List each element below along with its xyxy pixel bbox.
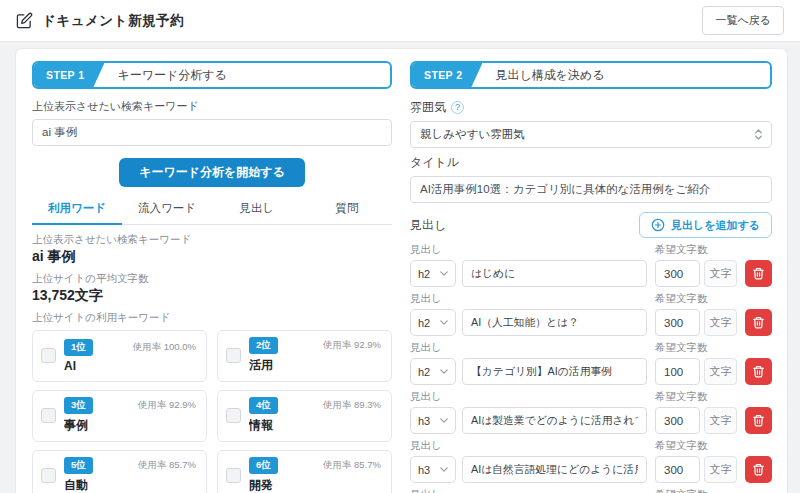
avg-chars-label: 上位サイトの平均文字数 [32,272,392,286]
char-unit-label: 文字 [704,407,737,434]
tab-inflow-words[interactable]: 流入ワード [122,195,212,225]
app-header: ドキュメント新規予約 一覧へ戻る [0,0,800,42]
heading-row: 見出し 希望文字数 h2 文字 [410,341,772,385]
trash-icon [752,267,765,280]
title-input[interactable] [410,176,772,203]
heading-row: 見出し 希望文字数 h3 文字 [410,439,772,483]
delete-heading-button[interactable] [745,260,772,287]
add-heading-button[interactable]: 見出しを追加する [639,212,772,238]
usage-rate: 使用率 100.0% [133,341,196,354]
mood-select[interactable]: 親しみやすい雰囲気 [410,121,772,148]
keyword-checkbox[interactable] [41,408,56,423]
heading-level-value: h3 [418,464,430,476]
delete-heading-button[interactable] [745,309,772,336]
keyword-word: AI [64,359,196,373]
keyword-word: 事例 [64,417,196,434]
search-keyword-input[interactable] [32,119,392,146]
heading-row: 見出し 希望文字数 h2 文字 [410,292,772,336]
delete-heading-button[interactable] [745,358,772,385]
heading-row: 見出し 希望文字数 h3 文字 [410,390,772,434]
heading-row: 見出し 希望文字数 h3 文字 [410,488,772,493]
help-icon[interactable]: ? [451,101,464,114]
step2-badge: STEP 2 [412,63,482,87]
used-keywords-label: 上位サイトの利用キーワード [32,311,392,325]
heading-row-label: 見出し [410,341,655,355]
char-unit-label: 文字 [704,309,737,336]
char-count-label: 希望文字数 [655,292,772,306]
heading-level-select[interactable]: h2 [410,309,456,336]
tab-headings[interactable]: 見出し [212,195,302,225]
heading-level-select[interactable]: h3 [410,407,456,434]
result-keyword-value: ai 事例 [32,248,392,264]
chevron-down-icon [440,467,448,472]
heading-level-value: h3 [418,415,430,427]
char-count-input[interactable] [655,407,700,434]
keyword-word: 開発 [249,477,381,493]
rank-badge: 6位 [249,457,278,474]
keyword-checkbox[interactable] [41,468,56,483]
chevron-down-icon [440,418,448,423]
chevron-down-icon [440,271,448,276]
delete-heading-button[interactable] [745,407,772,434]
keyword-card: 3位 使用率 92.9% 事例 [32,390,207,442]
start-analysis-button[interactable]: キーワード分析を開始する [119,158,305,187]
delete-heading-button[interactable] [745,456,772,483]
usage-rate: 使用率 85.7% [323,459,381,472]
heading-row-label: 見出し [410,292,655,306]
heading-level-select[interactable]: h3 [410,456,456,483]
trash-icon [752,414,765,427]
updown-chevron-icon [754,128,763,141]
heading-row: 見出し 希望文字数 h2 文字 [410,243,772,287]
rank-badge: 1位 [64,339,93,356]
heading-text-input[interactable] [462,358,647,385]
char-count-input[interactable] [655,358,700,385]
keyword-checkbox[interactable] [226,468,241,483]
trash-icon [752,463,765,476]
keyword-card: 6位 使用率 85.7% 開発 [217,450,392,493]
heading-text-input[interactable] [462,260,647,287]
mood-label: 雰囲気 [410,99,446,116]
usage-rate: 使用率 85.7% [138,459,196,472]
keyword-word: 情報 [249,417,381,434]
heading-text-input[interactable] [462,456,647,483]
keyword-checkbox[interactable] [226,408,241,423]
char-count-input[interactable] [655,260,700,287]
keyword-card: 2位 使用率 92.9% 活用 [217,330,392,382]
char-count-label: 希望文字数 [655,488,772,493]
usage-rate: 使用率 92.9% [323,339,381,352]
heading-list: 見出し 希望文字数 h2 文字 見出し 希望文字数 [410,243,772,493]
heading-level-select[interactable]: h2 [410,358,456,385]
tab-questions[interactable]: 質問 [302,195,392,225]
step2-title: 見出し構成を決める [482,63,604,87]
char-unit-label: 文字 [704,456,737,483]
step1-badge: STEP 1 [34,63,104,87]
char-count-input[interactable] [655,456,700,483]
rank-badge: 4位 [249,397,278,414]
keyword-word: 活用 [249,357,381,374]
keyword-word: 自動 [64,477,196,493]
char-unit-label: 文字 [704,260,737,287]
heading-row-label: 見出し [410,488,655,493]
heading-text-input[interactable] [462,309,647,336]
keyword-card: 4位 使用率 89.3% 情報 [217,390,392,442]
heading-level-select[interactable]: h2 [410,260,456,287]
keyword-checkbox[interactable] [41,348,56,363]
analysis-tabs: 利用ワード 流入ワード 見出し 質問 [32,195,392,225]
rank-badge: 2位 [249,337,278,354]
heading-text-input[interactable] [462,407,647,434]
mood-select-value: 親しみやすい雰囲気 [420,127,525,142]
step1-title: キーワード分析する [104,63,226,87]
chevron-down-icon [440,369,448,374]
char-count-input[interactable] [655,309,700,336]
content-card: STEP 1 キーワード分析する 上位表示させたい検索キーワード キーワード分析… [16,49,787,493]
keyword-checkbox[interactable] [226,348,241,363]
main-area: STEP 1 キーワード分析する 上位表示させたい検索キーワード キーワード分析… [0,42,800,493]
trash-icon [752,316,765,329]
back-to-list-button[interactable]: 一覧へ戻る [702,6,784,35]
step2-panel: STEP 2 見出し構成を決める 雰囲気 ? 親しみやすい雰囲気 タイトル 見出… [410,61,772,493]
keyword-card: 1位 使用率 100.0% AI [32,330,207,382]
keyword-grid: 1位 使用率 100.0% AI 2位 使用率 92.9% 活用 3位 使用率 … [32,330,392,493]
rank-badge: 5位 [64,457,93,474]
headings-section-label: 見出し [410,217,446,234]
tab-used-words[interactable]: 利用ワード [32,195,122,225]
